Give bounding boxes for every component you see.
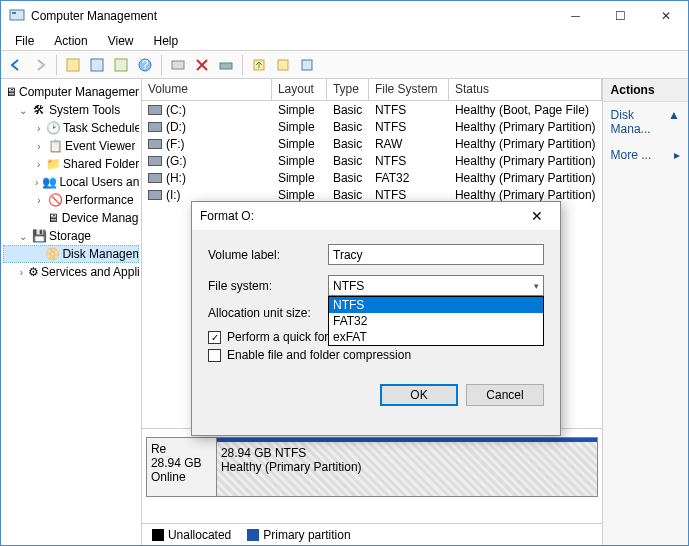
volume-label-label: Volume label:	[208, 248, 328, 262]
actions-more[interactable]: More ...▸	[603, 142, 688, 168]
compression-label: Enable file and folder compression	[227, 348, 411, 362]
help-icon[interactable]: ?	[134, 54, 156, 76]
actions-disk-management[interactable]: Disk Mana...▲	[603, 102, 688, 142]
svg-rect-3	[91, 59, 103, 71]
allocation-size-label: Allocation unit size:	[208, 306, 328, 320]
tree-panel: 🖥Computer Management (Local) ⌄🛠System To…	[1, 79, 142, 545]
toolbar-icon[interactable]	[86, 54, 108, 76]
tree-local-users[interactable]: ›👥Local Users and Groups	[3, 173, 139, 191]
checkbox-unchecked-icon	[208, 349, 221, 362]
volume-label-input[interactable]	[328, 244, 544, 265]
window-title: Computer Management	[31, 9, 553, 23]
tree-event-viewer[interactable]: ›📋Event Viewer	[3, 137, 139, 155]
svg-rect-1	[12, 12, 16, 14]
toolbar-icon[interactable]	[215, 54, 237, 76]
svg-rect-4	[115, 59, 127, 71]
compression-checkbox[interactable]: Enable file and folder compression	[208, 348, 544, 362]
menu-action[interactable]: Action	[46, 32, 95, 50]
legend-unallocated-swatch	[152, 529, 164, 541]
volume-row[interactable]: (G:)SimpleBasicNTFSHealthy (Primary Part…	[142, 152, 602, 169]
fs-option-ntfs[interactable]: NTFS	[329, 297, 543, 313]
menubar: File Action View Help	[1, 31, 688, 51]
svg-text:?: ?	[142, 58, 149, 72]
menu-view[interactable]: View	[100, 32, 142, 50]
svg-rect-11	[302, 60, 312, 70]
col-filesystem[interactable]: File System	[369, 79, 449, 100]
volume-header: Volume Layout Type File System Status	[142, 79, 602, 101]
ok-button[interactable]: OK	[380, 384, 458, 406]
tree-device-manager[interactable]: 🖥Device Manager	[3, 209, 139, 227]
legend-primary-label: Primary partition	[263, 528, 350, 542]
minimize-button[interactable]: ─	[553, 1, 598, 31]
disk-header[interactable]: Re 28.94 GB Online	[147, 438, 217, 496]
folder-icon: 📁	[46, 156, 61, 172]
volume-row[interactable]: (F:)SimpleBasicRAWHealthy (Primary Parti…	[142, 135, 602, 152]
format-dialog: Format O: ✕ Volume label: File system: N…	[191, 201, 561, 436]
svg-rect-8	[220, 63, 232, 69]
actions-panel: Actions Disk Mana...▲ More ...▸	[603, 79, 688, 545]
tools-icon: 🛠	[31, 102, 47, 118]
storage-icon: 💾	[31, 228, 47, 244]
checkbox-checked-icon: ✓	[208, 331, 221, 344]
cancel-button[interactable]: Cancel	[466, 384, 544, 406]
volume-row[interactable]: (C:)SimpleBasicNTFSHealthy (Boot, Page F…	[142, 101, 602, 118]
actions-title: Actions	[603, 79, 688, 102]
file-system-combo[interactable]: NTFS ▾	[328, 275, 544, 296]
file-system-dropdown: NTFS FAT32 exFAT	[328, 296, 544, 346]
volume-row[interactable]: (D:)SimpleBasicNTFSHealthy (Primary Part…	[142, 118, 602, 135]
legend-unallocated-label: Unallocated	[168, 528, 231, 542]
menu-file[interactable]: File	[7, 32, 42, 50]
svg-rect-2	[67, 59, 79, 71]
chevron-down-icon: ▾	[534, 281, 539, 291]
device-icon: 🖥	[46, 210, 60, 226]
menu-help[interactable]: Help	[146, 32, 187, 50]
fs-option-exfat[interactable]: exFAT	[329, 329, 543, 345]
event-icon: 📋	[47, 138, 63, 154]
maximize-button[interactable]: ☐	[598, 1, 643, 31]
tree-performance[interactable]: ›🚫Performance	[3, 191, 139, 209]
close-button[interactable]: ✕	[643, 1, 688, 31]
toolbar-icon[interactable]	[110, 54, 132, 76]
app-icon	[9, 8, 25, 24]
toolbar-icon[interactable]	[272, 54, 294, 76]
titlebar: Computer Management ─ ☐ ✕	[1, 1, 688, 31]
tree-task-scheduler[interactable]: ›🕑Task Scheduler	[3, 119, 139, 137]
collapse-icon: ▲	[668, 108, 680, 136]
chevron-right-icon: ▸	[674, 148, 680, 162]
back-button[interactable]	[5, 54, 27, 76]
services-icon: ⚙	[28, 264, 39, 280]
svg-rect-0	[10, 10, 24, 20]
legend: Unallocated Primary partition	[142, 523, 602, 545]
toolbar-icon[interactable]	[248, 54, 270, 76]
dialog-title: Format O:	[200, 209, 522, 223]
col-volume[interactable]: Volume	[142, 79, 272, 100]
clock-icon: 🕑	[46, 120, 61, 136]
fs-option-fat32[interactable]: FAT32	[329, 313, 543, 329]
tree-root[interactable]: 🖥Computer Management (Local)	[3, 83, 139, 101]
tree-system-tools[interactable]: ⌄🛠System Tools	[3, 101, 139, 119]
computer-icon: 🖥	[5, 84, 17, 100]
volume-row[interactable]: (H:)SimpleBasicFAT32Healthy (Primary Par…	[142, 169, 602, 186]
tree-services[interactable]: ›⚙Services and Applications	[3, 263, 139, 281]
col-type[interactable]: Type	[327, 79, 369, 100]
toolbar-icon[interactable]	[167, 54, 189, 76]
tree-disk-management[interactable]: 📀Disk Management	[3, 245, 139, 263]
tree-storage[interactable]: ⌄💾Storage	[3, 227, 139, 245]
col-layout[interactable]: Layout	[272, 79, 327, 100]
delete-icon[interactable]	[191, 54, 213, 76]
users-icon: 👥	[42, 174, 57, 190]
toolbar: ?	[1, 51, 688, 79]
file-system-value: NTFS	[333, 279, 364, 293]
tree-shared-folders[interactable]: ›📁Shared Folders	[3, 155, 139, 173]
svg-rect-7	[172, 61, 184, 69]
forward-button[interactable]	[29, 54, 51, 76]
disk-icon: 📀	[45, 246, 60, 262]
svg-rect-10	[278, 60, 288, 70]
toolbar-icon[interactable]	[62, 54, 84, 76]
toolbar-icon[interactable]	[296, 54, 318, 76]
dialog-close-button[interactable]: ✕	[522, 208, 552, 224]
file-system-label: File system:	[208, 279, 328, 293]
legend-primary-swatch	[247, 529, 259, 541]
disk-partition[interactable]: 28.94 GB NTFS Healthy (Primary Partition…	[217, 438, 597, 496]
col-status[interactable]: Status	[449, 79, 602, 100]
